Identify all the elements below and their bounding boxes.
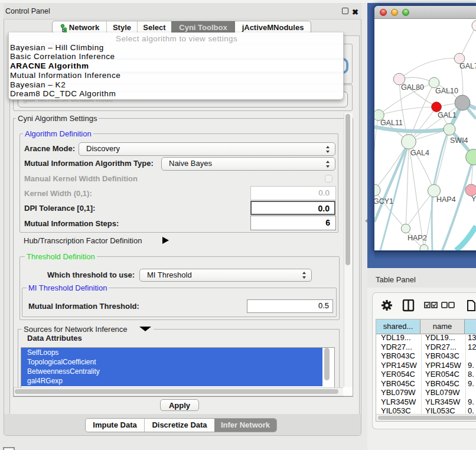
svg-text:Y: Y: [471, 195, 476, 203]
svg-text:HAP4: HAP4: [436, 195, 456, 204]
svg-text:HAP2: HAP2: [407, 234, 427, 242]
svg-text:GAL80: GAL80: [401, 83, 424, 92]
svg-text:GAL7: GAL7: [459, 62, 476, 70]
svg-text:SWI4: SWI4: [450, 136, 468, 145]
svg-text:GAL11: GAL11: [380, 119, 403, 127]
svg-text:GAL4: GAL4: [410, 149, 429, 157]
svg-text:GCY1: GCY1: [374, 197, 393, 206]
svg-text:GAL1: GAL1: [438, 111, 457, 119]
svg-text:GAL10: GAL10: [435, 87, 458, 95]
